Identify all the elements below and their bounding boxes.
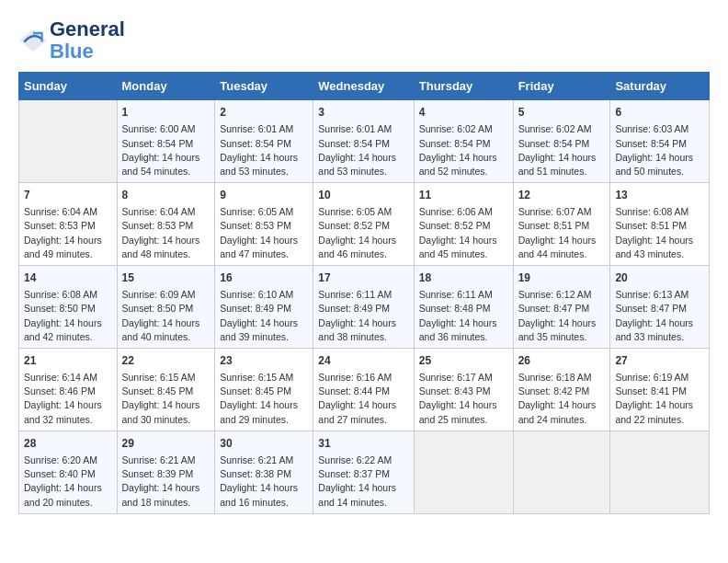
day-number: 31 [318,435,408,452]
day-info: Sunrise: 6:06 AMSunset: 8:52 PMDaylight:… [419,205,508,261]
day-info: Sunrise: 6:17 AMSunset: 8:43 PMDaylight:… [419,371,508,427]
day-number: 9 [220,187,308,203]
calendar-cell: 28 Sunrise: 6:20 AMSunset: 8:40 PMDaylig… [19,431,118,513]
day-number: 16 [220,270,308,286]
day-number: 19 [518,270,606,286]
day-info: Sunrise: 6:12 AMSunset: 8:47 PMDaylight:… [518,288,606,344]
day-number: 13 [615,187,704,203]
calendar-cell: 10 Sunrise: 6:05 AMSunset: 8:52 PMDaylig… [313,183,414,266]
day-info: Sunrise: 6:07 AMSunset: 8:51 PMDaylight:… [518,205,606,261]
day-info: Sunrise: 6:01 AMSunset: 8:54 PMDaylight:… [318,122,408,178]
calendar-week-3: 14 Sunrise: 6:08 AMSunset: 8:50 PMDaylig… [19,266,710,349]
calendar-cell: 12 Sunrise: 6:07 AMSunset: 8:51 PMDaylig… [513,183,610,266]
calendar-cell: 23 Sunrise: 6:15 AMSunset: 8:45 PMDaylig… [215,349,313,431]
day-number: 8 [122,187,210,203]
day-number: 23 [220,352,308,369]
day-header-thursday: Thursday [414,73,513,100]
page-header: GeneralBlue [18,18,710,63]
day-info: Sunrise: 6:01 AMSunset: 8:54 PMDaylight:… [220,122,308,178]
calendar-cell: 24 Sunrise: 6:16 AMSunset: 8:44 PMDaylig… [313,349,414,431]
calendar-cell: 1 Sunrise: 6:00 AMSunset: 8:54 PMDayligh… [117,100,215,183]
day-number: 26 [518,352,606,369]
calendar-week-2: 7 Sunrise: 6:04 AMSunset: 8:53 PMDayligh… [19,183,710,266]
day-info: Sunrise: 6:00 AMSunset: 8:54 PMDaylight:… [122,122,210,178]
calendar-cell: 21 Sunrise: 6:14 AMSunset: 8:46 PMDaylig… [19,349,118,431]
day-header-wednesday: Wednesday [313,73,414,100]
calendar-cell: 30 Sunrise: 6:21 AMSunset: 8:38 PMDaylig… [215,431,313,513]
day-number: 28 [24,435,112,452]
day-info: Sunrise: 6:05 AMSunset: 8:52 PMDaylight:… [318,205,408,261]
day-number: 29 [122,435,210,452]
day-info: Sunrise: 6:03 AMSunset: 8:54 PMDaylight:… [615,122,704,178]
calendar-cell: 4 Sunrise: 6:02 AMSunset: 8:54 PMDayligh… [414,100,513,183]
day-number: 18 [419,270,508,286]
day-number: 12 [518,187,606,203]
day-number: 14 [24,270,112,286]
calendar-cell: 29 Sunrise: 6:21 AMSunset: 8:39 PMDaylig… [117,431,215,513]
calendar-cell: 7 Sunrise: 6:04 AMSunset: 8:53 PMDayligh… [19,183,118,266]
day-info: Sunrise: 6:14 AMSunset: 8:46 PMDaylight:… [24,371,112,427]
calendar-week-5: 28 Sunrise: 6:20 AMSunset: 8:40 PMDaylig… [19,431,710,513]
day-number: 1 [122,104,210,121]
day-number: 4 [419,104,508,121]
day-number: 6 [615,104,704,121]
calendar-cell [610,431,710,513]
day-number: 25 [419,352,508,369]
calendar-week-1: 1 Sunrise: 6:00 AMSunset: 8:54 PMDayligh… [19,100,710,183]
day-number: 5 [518,104,606,121]
day-number: 22 [122,352,210,369]
calendar-cell: 19 Sunrise: 6:12 AMSunset: 8:47 PMDaylig… [513,266,610,349]
calendar-cell: 11 Sunrise: 6:06 AMSunset: 8:52 PMDaylig… [414,183,513,266]
calendar-cell: 27 Sunrise: 6:19 AMSunset: 8:41 PMDaylig… [610,349,710,431]
logo-icon [18,26,48,55]
day-number: 30 [220,435,308,452]
calendar-cell: 17 Sunrise: 6:11 AMSunset: 8:49 PMDaylig… [313,266,414,349]
day-info: Sunrise: 6:08 AMSunset: 8:50 PMDaylight:… [24,288,112,344]
day-number: 20 [615,270,704,286]
calendar-cell: 2 Sunrise: 6:01 AMSunset: 8:54 PMDayligh… [215,100,313,183]
day-info: Sunrise: 6:04 AMSunset: 8:53 PMDaylight:… [122,205,210,261]
day-header-tuesday: Tuesday [215,73,313,100]
day-info: Sunrise: 6:10 AMSunset: 8:49 PMDaylight:… [220,288,308,344]
day-number: 3 [318,104,408,121]
day-number: 17 [318,270,408,286]
day-info: Sunrise: 6:02 AMSunset: 8:54 PMDaylight:… [518,122,606,178]
day-header-sunday: Sunday [19,73,118,100]
day-number: 15 [122,270,210,286]
day-info: Sunrise: 6:20 AMSunset: 8:40 PMDaylight:… [24,454,112,510]
day-info: Sunrise: 6:02 AMSunset: 8:54 PMDaylight:… [419,122,508,178]
day-info: Sunrise: 6:11 AMSunset: 8:49 PMDaylight:… [318,288,408,344]
day-number: 24 [318,352,408,369]
calendar-cell: 14 Sunrise: 6:08 AMSunset: 8:50 PMDaylig… [19,266,118,349]
day-info: Sunrise: 6:16 AMSunset: 8:44 PMDaylight:… [318,371,408,427]
day-number: 2 [220,104,308,121]
day-number: 27 [615,352,704,369]
day-info: Sunrise: 6:13 AMSunset: 8:47 PMDaylight:… [615,288,704,344]
day-info: Sunrise: 6:15 AMSunset: 8:45 PMDaylight:… [122,371,210,427]
calendar-cell [414,431,513,513]
calendar-cell: 8 Sunrise: 6:04 AMSunset: 8:53 PMDayligh… [117,183,215,266]
day-info: Sunrise: 6:09 AMSunset: 8:50 PMDaylight:… [122,288,210,344]
day-info: Sunrise: 6:18 AMSunset: 8:42 PMDaylight:… [518,371,606,427]
calendar-cell: 16 Sunrise: 6:10 AMSunset: 8:49 PMDaylig… [215,266,313,349]
calendar-cell: 22 Sunrise: 6:15 AMSunset: 8:45 PMDaylig… [117,349,215,431]
day-number: 10 [318,187,408,203]
calendar-cell: 26 Sunrise: 6:18 AMSunset: 8:42 PMDaylig… [513,349,610,431]
day-info: Sunrise: 6:22 AMSunset: 8:37 PMDaylight:… [318,454,408,510]
calendar-week-4: 21 Sunrise: 6:14 AMSunset: 8:46 PMDaylig… [19,349,710,431]
calendar-cell: 15 Sunrise: 6:09 AMSunset: 8:50 PMDaylig… [117,266,215,349]
day-number: 21 [24,352,112,369]
logo-text: GeneralBlue [50,18,125,63]
day-number: 7 [24,187,112,203]
calendar-header: SundayMondayTuesdayWednesdayThursdayFrid… [19,73,710,100]
logo: GeneralBlue [18,18,125,63]
day-info: Sunrise: 6:21 AMSunset: 8:38 PMDaylight:… [220,454,308,510]
day-header-friday: Friday [513,73,610,100]
calendar-cell [513,431,610,513]
calendar-table: SundayMondayTuesdayWednesdayThursdayFrid… [18,72,710,513]
day-number: 11 [419,187,508,203]
calendar-cell: 18 Sunrise: 6:11 AMSunset: 8:48 PMDaylig… [414,266,513,349]
calendar-cell [19,100,118,183]
calendar-cell: 20 Sunrise: 6:13 AMSunset: 8:47 PMDaylig… [610,266,710,349]
calendar-cell: 31 Sunrise: 6:22 AMSunset: 8:37 PMDaylig… [313,431,414,513]
